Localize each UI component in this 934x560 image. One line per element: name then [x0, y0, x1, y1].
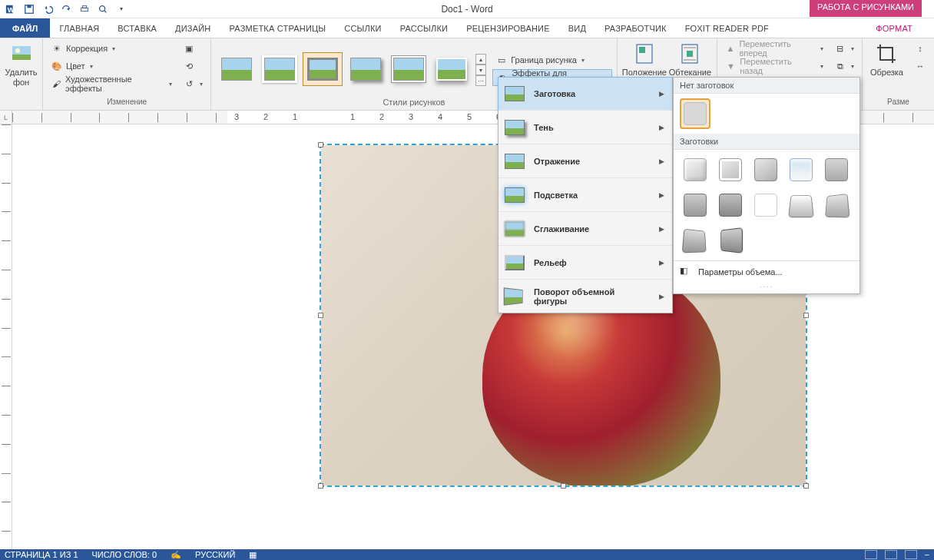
resize-handle-b[interactable] — [561, 483, 566, 489]
preset-9[interactable] — [786, 190, 816, 220]
preset-5[interactable] — [821, 154, 852, 185]
qat-customize-icon[interactable]: ▾ — [114, 2, 129, 17]
preset-2[interactable] — [715, 154, 746, 185]
quickprint-icon[interactable] — [77, 2, 92, 17]
align-button[interactable]: ⊟▾ — [831, 40, 857, 57]
save-icon[interactable] — [22, 2, 37, 17]
resize-handle-tl[interactable] — [318, 142, 323, 147]
tab-home[interactable]: ГЛАВНАЯ — [50, 18, 108, 38]
resize-handle-bl[interactable] — [318, 483, 323, 489]
no-presets-header: Нет заготовок — [674, 78, 859, 94]
vertical-ruler[interactable] — [0, 124, 12, 549]
tab-developer[interactable]: РАЗРАБОТЧИК — [595, 18, 676, 38]
chevron-right-icon: ▶ — [659, 191, 664, 199]
gallery-up-button[interactable]: ▴ — [475, 54, 486, 65]
color-button[interactable]: 🎨Цвет▾ — [48, 58, 175, 75]
word-count[interactable]: ЧИСЛО СЛОВ: 0 — [92, 550, 157, 559]
picture-style-5[interactable] — [389, 52, 429, 86]
language-indicator[interactable]: РУССКИЙ — [195, 550, 235, 559]
picture-border-button[interactable]: ▭Граница рисунка▾ — [492, 51, 611, 68]
picture-style-2[interactable] — [260, 52, 300, 86]
tab-layout[interactable]: РАЗМЕТКА СТРАНИЦЫ — [220, 18, 335, 38]
fx-reflection-item[interactable]: Отражение▶ — [498, 144, 672, 177]
web-layout-button[interactable] — [905, 550, 917, 559]
compress-button[interactable]: ▣ — [180, 40, 206, 57]
tab-references[interactable]: ССЫЛКИ — [335, 18, 390, 38]
wrap-icon — [677, 41, 702, 66]
fx-preset-item[interactable]: Заготовка▶ — [498, 77, 673, 111]
border-icon: ▭ — [495, 54, 508, 66]
read-mode-button[interactable] — [865, 550, 877, 559]
chevron-right-icon: ▶ — [659, 124, 664, 131]
tab-file[interactable]: ФАЙЛ — [0, 18, 50, 38]
preset-12[interactable] — [715, 225, 746, 256]
svg-text:W: W — [8, 5, 15, 13]
preset-3[interactable] — [750, 154, 781, 185]
gallery-more-button[interactable]: ⋯ — [475, 75, 486, 86]
tab-review[interactable]: РЕЦЕНЗИРОВАНИЕ — [457, 18, 559, 38]
shadow-icon — [505, 120, 525, 135]
tab-view[interactable]: ВИД — [559, 18, 595, 38]
width-field[interactable]: ↔ — [911, 58, 929, 75]
height-icon: ↕ — [914, 42, 926, 55]
tab-foxit[interactable]: FOXIT READER PDF — [676, 18, 778, 38]
picture-style-1[interactable] — [217, 52, 257, 86]
size-group-label: Разме — [867, 98, 929, 110]
fx-bevel-item[interactable]: Рельеф▶ — [498, 245, 672, 279]
fx-shadow-item[interactable]: Тень▶ — [498, 110, 672, 144]
zoom-out-button[interactable]: − — [925, 550, 929, 559]
picture-style-3[interactable] — [303, 52, 343, 86]
resize-handle-r[interactable] — [803, 313, 809, 318]
group-button[interactable]: ⧉▾ — [831, 58, 857, 75]
preset-11[interactable] — [680, 225, 710, 256]
tab-insert[interactable]: ВСТАВКА — [108, 18, 166, 38]
reset-picture-button[interactable]: ↺▾ — [180, 75, 206, 92]
preset-6[interactable] — [680, 190, 710, 220]
remove-background-button[interactable]: Удалитьфон — [5, 40, 38, 89]
preset-none[interactable] — [680, 98, 710, 129]
print-layout-button[interactable] — [885, 550, 897, 559]
tab-format[interactable]: ФОРМАТ — [866, 18, 922, 38]
3d-options-button[interactable]: ◧ Параметры объема... — [674, 260, 859, 283]
brush-icon: 🖌 — [51, 78, 62, 90]
artistic-effects-button[interactable]: 🖌Художественные эффекты▾ — [48, 75, 175, 92]
fx-3drotation-item[interactable]: Поворот объемной фигуры▶ — [498, 279, 672, 313]
change-picture-button[interactable]: ⟲ — [180, 58, 206, 75]
ribbon-tabs: ФАЙЛ ГЛАВНАЯ ВСТАВКА ДИЗАЙН РАЗМЕТКА СТР… — [0, 18, 934, 38]
preset-4[interactable] — [786, 154, 816, 185]
word-icon[interactable]: W — [3, 2, 18, 17]
page-count[interactable]: СТРАНИЦА 1 ИЗ 1 — [5, 550, 78, 559]
preset-7[interactable] — [715, 190, 746, 220]
fx-softedge-item[interactable]: Сглаживание▶ — [498, 211, 672, 245]
chevron-right-icon: ▶ — [659, 157, 664, 165]
crop-button[interactable]: Обрезка — [867, 40, 906, 79]
bring-forward-button[interactable]: ▲Переместить вперед▾ — [722, 40, 826, 57]
quick-access-toolbar: W ▾ — [0, 2, 129, 17]
wrap-text-button[interactable]: Обтекание — [668, 40, 711, 79]
corrections-button[interactable]: ☀Коррекция▾ — [48, 40, 175, 57]
preview-icon[interactable] — [95, 2, 111, 17]
svg-rect-8 — [12, 55, 31, 60]
chevron-right-icon: ▶ — [659, 259, 664, 267]
height-field[interactable]: ↕ — [911, 40, 929, 57]
picture-style-4[interactable] — [346, 52, 386, 86]
tab-design[interactable]: ДИЗАЙН — [166, 18, 220, 38]
picture-style-6[interactable] — [432, 52, 472, 86]
send-backward-button[interactable]: ▼Переместить назад▾ — [722, 58, 826, 75]
preset-8[interactable] — [750, 190, 781, 220]
redo-icon[interactable] — [58, 2, 74, 17]
position-button[interactable]: Положение — [622, 40, 667, 79]
options-icon: ◧ — [680, 266, 692, 278]
preset-1[interactable] — [680, 154, 710, 185]
gallery-down-button[interactable]: ▾ — [475, 65, 486, 75]
undo-icon[interactable] — [40, 2, 55, 17]
resize-grip[interactable]: ···· — [674, 283, 859, 290]
preset-10[interactable] — [821, 190, 852, 220]
macro-icon[interactable]: ▦ — [249, 550, 257, 560]
preset-gallery-panel: Нет заготовок Заготовки ◧ Параметры объе… — [673, 77, 860, 294]
resize-handle-l[interactable] — [318, 313, 323, 318]
proofing-icon[interactable]: ✍ — [171, 550, 181, 560]
tab-mailings[interactable]: РАССЫЛКИ — [391, 18, 457, 38]
fx-glow-item[interactable]: Подсветка▶ — [498, 177, 672, 211]
resize-handle-br[interactable] — [803, 483, 809, 489]
